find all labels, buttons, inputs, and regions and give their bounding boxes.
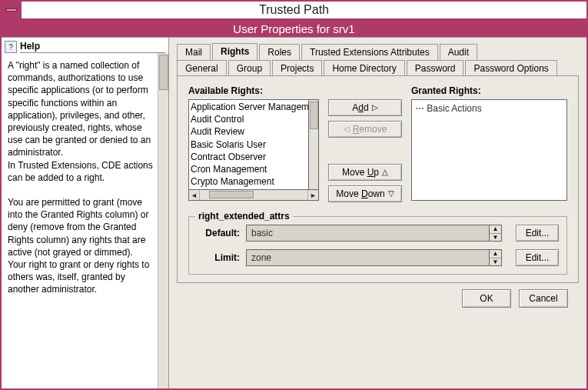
- list-item[interactable]: Crypto Management: [191, 175, 307, 188]
- help-paragraph: You are permitted to grant (move into th…: [8, 196, 153, 296]
- granted-rights-label: Granted Rights:: [411, 85, 567, 96]
- tab-password-options[interactable]: Password Options: [465, 60, 556, 76]
- scrollbar-thumb[interactable]: [209, 191, 254, 198]
- spinner-up-icon[interactable]: ▲: [490, 250, 501, 258]
- available-hscrollbar[interactable]: ◄ ►: [188, 190, 319, 201]
- default-attr-spinner[interactable]: ▲ ▼: [490, 225, 502, 242]
- spinner-down-icon[interactable]: ▼: [490, 258, 501, 266]
- limit-attr-spinner[interactable]: ▲ ▼: [490, 249, 502, 266]
- scroll-left-icon[interactable]: ◄: [189, 190, 200, 200]
- tab-password[interactable]: Password: [407, 60, 464, 76]
- remove-button[interactable]: ◁ Remove: [328, 121, 402, 138]
- limit-edit-button[interactable]: Edit...: [516, 249, 559, 266]
- default-attr-label: Default:: [197, 228, 240, 238]
- available-rights-label: Available Rights:: [188, 85, 319, 96]
- ok-button[interactable]: OK: [462, 289, 511, 308]
- chevron-left-icon: ◁: [344, 125, 350, 133]
- scroll-right-icon[interactable]: ►: [307, 190, 318, 200]
- help-pane: ? Help A "right" is a named collection o…: [2, 38, 169, 388]
- granted-rights-list[interactable]: ⋯ Basic Actions: [411, 99, 567, 201]
- titlebar: Trusted Path: [2, 2, 586, 18]
- tab-home-directory[interactable]: Home Directory: [324, 60, 404, 76]
- tab-mail[interactable]: Mail: [177, 44, 211, 60]
- cancel-button[interactable]: Cancel: [519, 289, 568, 308]
- default-attr-field[interactable]: basic: [246, 225, 490, 242]
- limit-attr-label: Limit:: [197, 252, 240, 263]
- main-pane: Mail Rights Roles Trusted Extensions Att…: [169, 38, 586, 388]
- list-item[interactable]: Basic Solaris User: [191, 138, 307, 151]
- tab-roles[interactable]: Roles: [259, 44, 300, 60]
- add-button[interactable]: Add ▷: [328, 99, 402, 116]
- list-item[interactable]: Cron Management: [191, 163, 307, 175]
- tree-item[interactable]: ⋯ Basic Actions: [415, 102, 563, 115]
- list-item[interactable]: Audit Control: [191, 113, 307, 125]
- tab-row-1: Mail Rights Roles Trusted Extensions Att…: [177, 42, 579, 59]
- help-scrollbar[interactable]: [158, 53, 168, 388]
- window-system-menu[interactable]: [2, 2, 23, 18]
- rights-panel: Available Rights: Application Server Man…: [177, 75, 579, 283]
- scrollbar-thumb[interactable]: [159, 55, 168, 90]
- dialog-footer: OK Cancel: [177, 283, 579, 311]
- window-subtitle: User Properties for srv1: [2, 20, 586, 37]
- content-area: ? Help A "right" is a named collection o…: [2, 37, 586, 388]
- tab-rights[interactable]: Rights: [212, 43, 257, 60]
- available-vscrollbar[interactable]: [309, 99, 319, 190]
- chevron-right-icon: ▷: [372, 104, 378, 112]
- help-paragraph: In Trusted Extensions, CDE actions can b…: [8, 159, 153, 184]
- scrollbar-thumb[interactable]: [310, 102, 318, 129]
- default-edit-button[interactable]: Edit...: [516, 225, 559, 242]
- tab-group[interactable]: Group: [228, 60, 271, 76]
- right-extended-attrs-group: right_extended_attrs Default: basic ▲ ▼ …: [188, 216, 567, 275]
- window-title: Trusted Path: [259, 3, 329, 17]
- list-item[interactable]: Contract Observer: [191, 151, 307, 163]
- spinner-down-icon[interactable]: ▼: [490, 234, 501, 242]
- help-label: Help: [20, 41, 165, 53]
- list-item[interactable]: Application Server Management: [191, 101, 307, 113]
- move-up-button[interactable]: Move Up △: [328, 164, 402, 181]
- help-icon: ?: [5, 41, 17, 53]
- help-text: A "right" is a named collection of comma…: [2, 53, 158, 388]
- chevron-down-icon: ▽: [388, 190, 394, 198]
- tab-general[interactable]: General: [177, 60, 227, 76]
- minimize-icon: [6, 8, 17, 12]
- help-paragraph: A "right" is a named collection of comma…: [8, 59, 153, 159]
- tab-row-2: General Group Projects Home Directory Pa…: [177, 59, 579, 75]
- available-rights-list[interactable]: Application Server Management Audit Cont…: [188, 99, 309, 190]
- window-frame: Trusted Path User Properties for srv1 ? …: [0, 0, 588, 390]
- list-item[interactable]: Audit Review: [191, 125, 307, 138]
- extended-attrs-legend: right_extended_attrs: [195, 211, 293, 222]
- tab-trusted-extensions-attributes[interactable]: Trusted Extensions Attributes: [301, 44, 438, 60]
- chevron-up-icon: △: [382, 168, 388, 176]
- move-down-button[interactable]: Move Down ▽: [328, 185, 402, 202]
- limit-attr-field[interactable]: zone: [246, 249, 490, 266]
- spinner-up-icon[interactable]: ▲: [490, 225, 501, 234]
- tab-audit[interactable]: Audit: [440, 44, 477, 60]
- tab-projects[interactable]: Projects: [272, 60, 322, 76]
